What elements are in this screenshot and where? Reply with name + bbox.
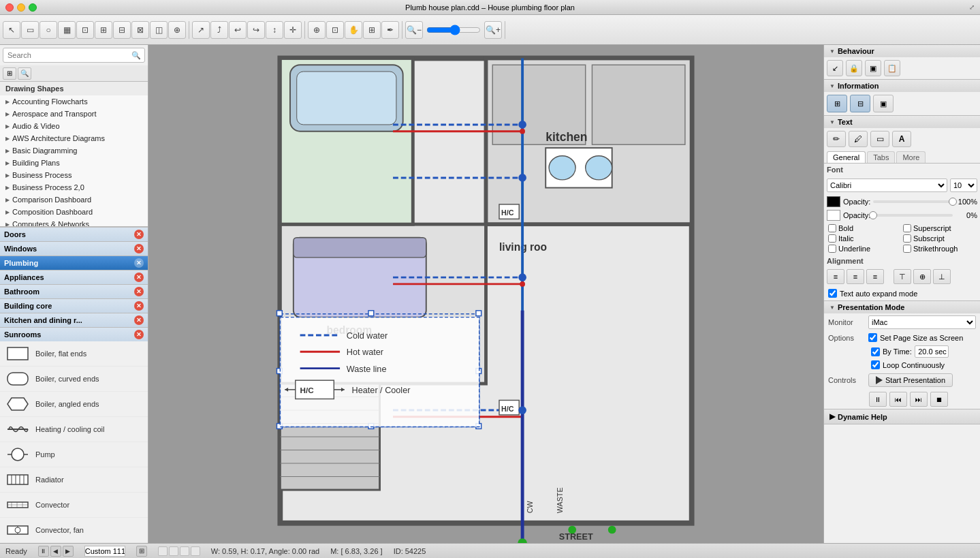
select-tool[interactable]: ↖	[3, 21, 20, 39]
font-name-select[interactable]: Calibri Arial Helvetica	[827, 179, 947, 192]
plumbing-close[interactable]: ✕	[134, 258, 144, 268]
superscript-checkbox[interactable]	[903, 224, 911, 232]
appliances-panel-header[interactable]: Appliances ✕	[0, 270, 148, 284]
pen-tool[interactable]: ✒	[381, 21, 399, 39]
info-icon-2[interactable]: ⊟	[850, 95, 870, 112]
shape-pump[interactable]: Pump	[0, 442, 148, 467]
text-pen-icon[interactable]: 🖊	[849, 131, 868, 147]
windows-close[interactable]: ✕	[134, 244, 144, 253]
category-basic[interactable]: ▶ Basic Diagramming	[0, 144, 148, 157]
presentation-mode-header[interactable]: ▼ Presentation Mode	[824, 301, 980, 313]
grid-view-btn[interactable]: ⊞	[3, 67, 16, 80]
beh-doc-icon[interactable]: 📋	[884, 60, 900, 76]
windows-panel-header[interactable]: Windows ✕	[0, 242, 148, 255]
move-tool[interactable]: ✛	[284, 21, 302, 39]
by-time-checkbox[interactable]	[871, 347, 880, 356]
page-btn-3[interactable]	[180, 546, 189, 556]
canvas-area[interactable]: kitchen bedroom living roo	[148, 45, 823, 543]
sunrooms-panel-header[interactable]: Sunrooms ✕	[0, 328, 148, 341]
arrow-tool[interactable]: ↗	[192, 21, 210, 39]
diagram-svg[interactable]: kitchen bedroom living roo	[148, 45, 823, 543]
curve-tool[interactable]: ⤴	[210, 21, 228, 39]
tab-tabs[interactable]: Tabs	[867, 151, 895, 163]
italic-checkbox[interactable]	[828, 234, 836, 243]
bathroom-close[interactable]: ✕	[134, 287, 144, 296]
subscript-checkbox[interactable]	[903, 234, 911, 243]
building-core-close[interactable]: ✕	[134, 301, 144, 311]
underline-checkbox[interactable]	[828, 245, 836, 253]
text-auto-expand-checkbox[interactable]	[828, 289, 837, 298]
text-font-icon[interactable]: A	[892, 131, 911, 147]
category-audio[interactable]: ▶ Audio & Video	[0, 120, 148, 132]
category-aerospace[interactable]: ▶ Aerospace and Transport	[0, 108, 148, 120]
shape-tool-4[interactable]: ⊕	[168, 21, 186, 39]
strikethrough-check[interactable]: Strikethrough	[903, 245, 976, 253]
underline-check[interactable]: Underline	[828, 245, 901, 253]
zoom-input[interactable]	[84, 546, 125, 557]
zoom-out-btn[interactable]: 🔍−	[405, 21, 423, 39]
category-aws[interactable]: ▶ AWS Architecture Diagrams	[0, 132, 148, 144]
shape-radiator[interactable]: Radiator	[0, 467, 148, 493]
shape-heating-coil[interactable]: Heating / cooling coil	[0, 417, 148, 442]
zoom-in-btn[interactable]: 🔍+	[484, 21, 502, 39]
text-header[interactable]: ▼ Text	[824, 116, 980, 128]
category-composition[interactable]: ▶ Composition Dashboard	[0, 206, 148, 218]
connect-tool[interactable]: ⊞	[95, 21, 112, 39]
search-btn[interactable]: 🔍	[18, 67, 31, 80]
shape-boiler-angled[interactable]: Boiler, angled ends	[0, 392, 148, 417]
undo-tool[interactable]: ↩	[229, 21, 247, 39]
category-comparison[interactable]: ▶ Comparison Dashboard	[0, 193, 148, 206]
subscript-check[interactable]: Subscript	[903, 234, 976, 243]
expand-button[interactable]: ⤢	[969, 3, 975, 11]
next-btn[interactable]: ⏭	[910, 392, 928, 407]
building-core-panel-header[interactable]: Building core ✕	[0, 299, 148, 313]
stroke-opacity-slider[interactable]	[873, 214, 953, 217]
play-stop-btn[interactable]: ⏸	[38, 546, 49, 557]
appliances-close[interactable]: ✕	[134, 273, 144, 282]
align-right-btn[interactable]: ≡	[866, 269, 884, 284]
pan-tool[interactable]: ✋	[345, 21, 362, 39]
align-left-btn[interactable]: ≡	[827, 269, 844, 284]
prev-page-btn[interactable]: ◀	[50, 546, 61, 557]
resize-tool[interactable]: ↕	[266, 21, 283, 39]
kitchen-close[interactable]: ✕	[134, 315, 144, 325]
stop-btn[interactable]: ⏹	[930, 392, 948, 407]
category-business[interactable]: ▶ Business Process	[0, 169, 148, 181]
shape-boiler-curved[interactable]: Boiler, curved ends	[0, 367, 148, 392]
category-business2[interactable]: ▶ Business Process 2,0	[0, 181, 148, 193]
maximize-button[interactable]	[29, 3, 37, 12]
font-size-select[interactable]: 10 12 14 16	[950, 179, 977, 192]
prev-btn[interactable]: ⏮	[889, 392, 907, 407]
information-header[interactable]: ▼ Information	[824, 80, 980, 92]
kitchen-panel-header[interactable]: Kitchen and dining r... ✕	[0, 313, 148, 327]
pause-btn[interactable]: ⏸	[869, 392, 887, 407]
canvas[interactable]: kitchen bedroom living roo	[148, 45, 823, 543]
plumbing-panel-header[interactable]: Plumbing ✕	[0, 256, 148, 270]
shape-tool-3[interactable]: ◫	[150, 21, 168, 39]
superscript-check[interactable]: Superscript	[903, 224, 976, 232]
info-icon-1[interactable]: ⊞	[827, 95, 847, 112]
fill-color-swatch[interactable]	[827, 196, 840, 207]
info-icon-3[interactable]: ▣	[873, 95, 894, 112]
table-tool[interactable]: ▦	[58, 21, 76, 39]
monitor-select[interactable]: iMac MacBook Pro MacBook Air	[868, 315, 976, 329]
fit-btn[interactable]: ⊞	[136, 546, 147, 557]
container-tool[interactable]: ⊡	[76, 21, 94, 39]
page-btn-4[interactable]	[191, 546, 200, 556]
align-top-btn[interactable]: ⊤	[894, 269, 911, 284]
align-middle-btn[interactable]: ⊕	[913, 269, 931, 284]
close-button[interactable]	[5, 3, 14, 12]
tab-more[interactable]: More	[896, 151, 926, 163]
bathroom-panel-header[interactable]: Bathroom ✕	[0, 285, 148, 298]
bold-checkbox[interactable]	[828, 224, 836, 232]
beh-lock-icon[interactable]: 🔒	[846, 60, 862, 76]
dynamic-help-header[interactable]: ▶ Dynamic Help	[824, 409, 980, 424]
tab-general[interactable]: General	[827, 151, 866, 163]
text-box-icon[interactable]: ▭	[870, 131, 889, 147]
align-bottom-btn[interactable]: ⊥	[933, 269, 951, 284]
strikethrough-checkbox[interactable]	[903, 245, 911, 253]
page-btn-1[interactable]	[158, 546, 168, 556]
beh-page-icon[interactable]: ▣	[865, 60, 881, 76]
image-tool[interactable]: ⊠	[131, 21, 149, 39]
shape-boiler-flat[interactable]: Boiler, flat ends	[0, 341, 148, 367]
